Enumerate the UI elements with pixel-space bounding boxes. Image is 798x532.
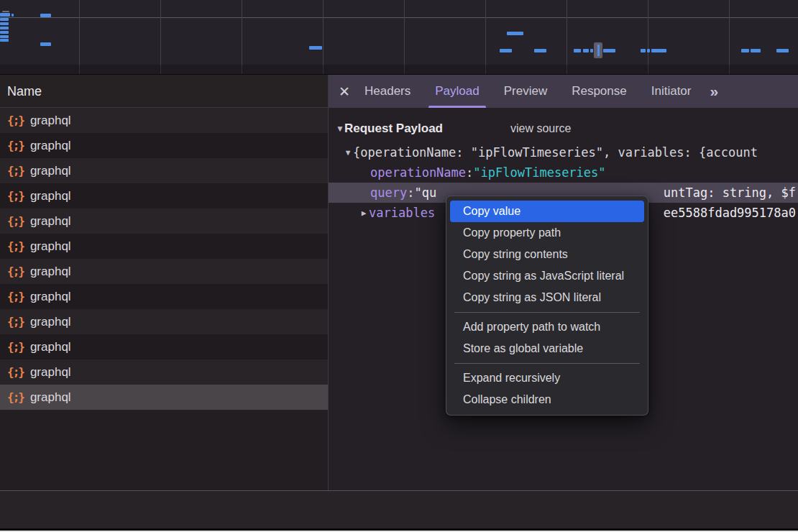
context-menu: Copy valueCopy property pathCopy string … <box>446 196 648 416</box>
json-request-icon: {;} <box>7 390 24 404</box>
section-title: Request Payload <box>344 121 443 136</box>
detail-tabbar: ✕ HeadersPayloadPreviewResponseInitiator… <box>329 75 798 108</box>
menu-item[interactable]: Add property path to watch <box>450 316 644 338</box>
overview-request-bar <box>507 32 523 35</box>
name-column-header[interactable]: Name <box>0 75 328 108</box>
request-name: graphql <box>30 365 71 380</box>
overview-vertical-gridline <box>729 0 730 74</box>
property-value-fragment: ee5588fdad995178a0 <box>664 203 796 223</box>
overview-request-bar <box>741 49 749 52</box>
json-request-icon: {;} <box>7 114 24 127</box>
menu-separator <box>454 363 640 364</box>
overview-vertical-gridline <box>485 0 486 74</box>
overview-request-bar <box>0 31 9 34</box>
overview-vertical-gridline <box>323 0 324 74</box>
overview-request-bar <box>0 18 9 21</box>
json-request-icon: {;} <box>7 265 24 278</box>
json-request-icon: {;} <box>7 189 24 203</box>
tab-response[interactable]: Response <box>572 75 627 108</box>
property-row-operation-name[interactable]: operationName: "ipFlowTimeseries" <box>329 162 798 183</box>
request-row[interactable]: {;}graphql <box>0 334 328 359</box>
key-separator: : <box>466 165 473 180</box>
property-value: "ipFlowTimeseries" <box>473 165 605 180</box>
request-name: graphql <box>30 189 71 203</box>
overview-vertical-gridline <box>242 0 242 74</box>
json-request-icon: {;} <box>7 139 24 152</box>
overview-request-bar <box>309 46 322 50</box>
overview-vertical-gridline <box>79 0 80 74</box>
overview-hover-marker <box>594 42 602 58</box>
request-row[interactable]: {;}graphql <box>0 385 328 410</box>
menu-item[interactable]: Store as global variable <box>450 338 644 359</box>
overview-request-bar <box>583 49 589 52</box>
root-object-preview: {operationName: "ipFlowTimeseries", vari… <box>353 145 758 160</box>
menu-item[interactable]: Copy string as JavaScript literal <box>450 265 644 287</box>
request-row[interactable]: {;}graphql <box>0 108 328 133</box>
property-key: operationName <box>370 165 466 180</box>
close-icon[interactable]: ✕ <box>339 83 357 100</box>
request-name: graphql <box>30 139 71 153</box>
overview-request-bar <box>603 49 615 52</box>
overview-vertical-gridline <box>648 0 648 74</box>
overview-request-bar <box>500 49 512 52</box>
menu-item[interactable]: Copy property path <box>450 222 644 244</box>
overview-horizontal-gridline <box>0 17 798 18</box>
overview-request-bar <box>574 49 581 52</box>
tab-preview[interactable]: Preview <box>504 75 547 108</box>
more-tabs-chevron-icon[interactable]: » <box>710 83 717 100</box>
request-row[interactable]: {;}graphql <box>0 309 328 334</box>
view-source-link[interactable]: view source <box>510 118 571 139</box>
request-name: graphql <box>30 239 71 254</box>
menu-item[interactable]: Collapse children <box>450 389 644 411</box>
overview-request-bar <box>40 14 51 17</box>
overview-request-bar <box>651 49 666 52</box>
tab-headers[interactable]: Headers <box>364 75 411 108</box>
root-disclosure-icon[interactable]: ▼ <box>343 148 353 157</box>
request-list: {;}graphql{;}graphql{;}graphql{;}graphql… <box>0 108 328 410</box>
property-key: variables <box>369 206 435 220</box>
variables-disclosure-icon[interactable]: ▶ <box>359 208 369 218</box>
request-row[interactable]: {;}graphql <box>0 259 328 284</box>
overview-hover-marker-bar <box>597 45 600 56</box>
overview-vertical-gridline <box>567 0 567 74</box>
overview-request-bar <box>647 49 650 52</box>
request-row[interactable]: {;}graphql <box>0 158 328 183</box>
request-row[interactable]: {;}graphql <box>0 284 328 309</box>
request-name: graphql <box>30 214 71 229</box>
section-disclosure-icon[interactable]: ▼ <box>336 124 344 134</box>
overview-vertical-gridline <box>160 0 161 74</box>
overview-bottom-shade <box>0 65 798 75</box>
request-list-panel: Name {;}graphql{;}graphql{;}graphql{;}gr… <box>0 75 328 490</box>
tab-initiator[interactable]: Initiator <box>651 75 692 108</box>
json-request-icon: {;} <box>7 214 24 228</box>
overview-request-bar <box>0 39 9 42</box>
request-name: graphql <box>30 114 71 128</box>
menu-item[interactable]: Copy string as JSON literal <box>450 287 644 308</box>
footer-area <box>0 491 798 528</box>
request-row[interactable]: {;}graphql <box>0 359 328 385</box>
tab-payload[interactable]: Payload <box>435 75 479 108</box>
request-row[interactable]: {;}graphql <box>0 183 328 208</box>
request-name: graphql <box>30 265 71 279</box>
menu-item[interactable]: Expand recursively <box>450 367 644 389</box>
property-value-fragment: untTag: string, $f <box>664 183 796 203</box>
request-payload-section[interactable]: ▼ Request Payload <box>329 118 443 139</box>
overview-request-bar <box>0 35 9 38</box>
menu-item[interactable]: Copy string contents <box>450 244 644 265</box>
request-row[interactable]: {;}graphql <box>0 208 328 234</box>
request-row[interactable]: {;}graphql <box>0 234 328 259</box>
overview-request-bar <box>0 13 10 17</box>
overview-gray-bar <box>2 11 9 12</box>
json-request-icon: {;} <box>7 164 24 178</box>
property-key: query <box>370 185 407 200</box>
key-separator: : <box>407 185 414 200</box>
network-overview-timeline[interactable] <box>0 0 798 75</box>
request-row[interactable]: {;}graphql <box>0 133 328 158</box>
overview-request-bar <box>590 49 593 52</box>
root-object-row[interactable]: ▼ {operationName: "ipFlowTimeseries", va… <box>329 142 798 162</box>
overview-request-bar <box>12 14 14 17</box>
menu-item[interactable]: Copy value <box>450 201 644 222</box>
json-request-icon: {;} <box>7 239 24 253</box>
overview-request-bar <box>40 42 51 46</box>
property-value-fragment: "qu <box>414 185 436 200</box>
